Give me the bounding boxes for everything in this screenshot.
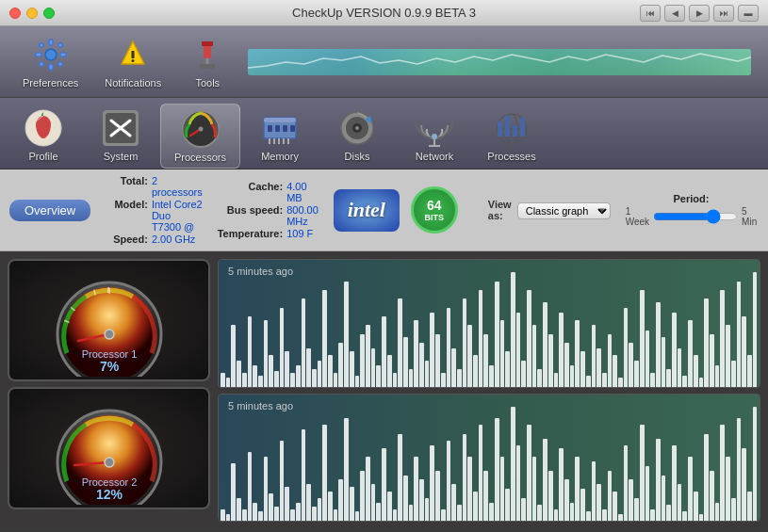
- chart-bar: [393, 509, 398, 521]
- rewind-button[interactable]: ⏮: [640, 5, 661, 22]
- cpu-wave-graph: [248, 49, 751, 75]
- chart-bar: [414, 457, 418, 521]
- chart-bar: [645, 330, 650, 387]
- chart-bar: [382, 448, 386, 521]
- chart-bar: [467, 457, 472, 521]
- chart-bar: [328, 355, 333, 387]
- overview-title: Overview: [9, 200, 90, 221]
- nav-item-network[interactable]: Network: [397, 104, 472, 169]
- preferences-icon: [31, 35, 71, 74]
- chart-bar: [715, 503, 720, 521]
- chart-bar: [742, 448, 746, 521]
- sidebar-item-tools[interactable]: Tools: [174, 30, 240, 93]
- nav-network-label: Network: [416, 151, 453, 162]
- chart-bar: [608, 334, 613, 387]
- chart1-bars: [219, 260, 760, 387]
- chart-bar: [710, 471, 714, 521]
- svg-point-41: [432, 134, 437, 139]
- chart-bar: [640, 425, 645, 521]
- nav-item-disks[interactable]: Disks: [319, 104, 395, 169]
- svg-rect-10: [132, 51, 135, 58]
- nav-disks-label: Disks: [345, 151, 370, 162]
- chart-bar: [328, 492, 333, 521]
- view-as-select[interactable]: Classic graphModern graphPercentage: [517, 202, 611, 219]
- chart-bar: [451, 348, 456, 387]
- chart-bar: [376, 365, 381, 386]
- chart-bar: [543, 439, 547, 521]
- svg-rect-26: [275, 125, 280, 132]
- view-as-label: View as:: [488, 199, 512, 221]
- chart-bar: [704, 434, 709, 521]
- chart-bar: [608, 471, 613, 521]
- sidebar-item-notifications[interactable]: Notifications: [91, 30, 174, 93]
- play-button[interactable]: ▶: [689, 5, 710, 22]
- chart-bar: [274, 507, 279, 521]
- chart-bar: [387, 492, 392, 521]
- chart-bar: [376, 503, 381, 521]
- svg-point-11: [132, 59, 135, 62]
- maximize-button[interactable]: [43, 8, 55, 19]
- chart-bar: [483, 471, 488, 521]
- chart2-bars: [219, 395, 760, 522]
- chart-bar: [447, 441, 451, 521]
- chart-bar: [237, 498, 241, 521]
- close-button[interactable]: [9, 8, 21, 19]
- chart-bar: [592, 325, 596, 386]
- shrink-button[interactable]: ▬: [738, 5, 759, 22]
- view-as-select-wrapper: Classic graphModern graphPercentage: [517, 202, 611, 219]
- chart-bar: [662, 337, 666, 386]
- chart-bar: [737, 282, 742, 387]
- svg-rect-29: [269, 138, 270, 144]
- forward-button[interactable]: ⏭: [713, 5, 734, 22]
- cache-value: 4.00 MB: [286, 181, 319, 203]
- chart-bar: [322, 290, 327, 386]
- chart-bar: [753, 407, 758, 521]
- chart-bar: [489, 365, 494, 386]
- chart-bar: [226, 514, 231, 521]
- nav-memory-label: Memory: [261, 151, 299, 162]
- svg-rect-31: [278, 138, 280, 144]
- chart-bar: [586, 511, 591, 521]
- chart-bar: [580, 351, 585, 386]
- svg-rect-46: [505, 116, 510, 137]
- nav-item-profile[interactable]: Profile: [6, 104, 81, 169]
- sidebar-item-preferences[interactable]: Preferences: [9, 30, 91, 93]
- period-label: Period:: [673, 193, 709, 204]
- svg-point-0: [45, 49, 57, 60]
- chart-bar: [753, 272, 758, 386]
- chart-bar: [656, 439, 661, 521]
- chart-bar: [419, 479, 424, 521]
- chart-bar: [457, 505, 462, 521]
- period-slider[interactable]: [653, 210, 738, 223]
- back-button[interactable]: ◀: [664, 5, 685, 22]
- nav-item-system[interactable]: System: [83, 104, 158, 169]
- network-icon: [415, 108, 454, 148]
- nav-item-processors[interactable]: Processors: [160, 104, 240, 169]
- svg-rect-33: [287, 138, 289, 144]
- chart-bar: [269, 493, 273, 521]
- 64bit-badge: 64 BITS: [411, 186, 458, 234]
- nav-item-processes[interactable]: Processes: [474, 104, 549, 169]
- chart-bar: [409, 505, 414, 521]
- period-max: 5 Min: [742, 206, 757, 227]
- nav-profile-label: Profile: [28, 151, 57, 162]
- overview-stats-center: Cache: 4.00 MB Bus speed: 800.00 MHz Tem…: [218, 181, 319, 239]
- chart-bar: [586, 376, 591, 386]
- svg-rect-32: [283, 138, 285, 144]
- model-value: Intel Core2 Duo T7300 @: [152, 199, 203, 233]
- main-content: Processor 1 7%: [0, 251, 768, 529]
- chart-bar: [495, 418, 499, 521]
- chart-bar: [479, 425, 483, 521]
- chart-bar: [710, 334, 714, 387]
- chart-bar: [731, 498, 736, 521]
- nav-item-memory[interactable]: Memory: [242, 104, 318, 169]
- window-title: CheckUp VERSION 0.9.9 BETA 3: [292, 6, 476, 20]
- chart-bar: [548, 334, 553, 387]
- chart-bar: [505, 351, 510, 386]
- chart-bar: [280, 441, 285, 521]
- svg-point-57: [105, 330, 114, 339]
- chart-bar: [479, 290, 483, 386]
- chart-bar: [580, 489, 585, 521]
- memory-icon: [260, 108, 300, 148]
- minimize-button[interactable]: [26, 8, 38, 19]
